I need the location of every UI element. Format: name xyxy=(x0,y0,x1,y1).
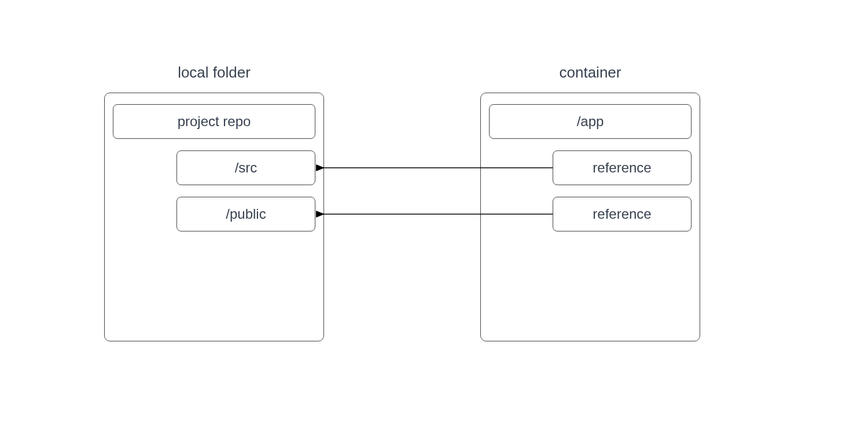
src-box: /src xyxy=(176,150,315,185)
project-repo-box: project repo xyxy=(113,104,315,139)
reference-1-box: reference xyxy=(553,150,692,185)
reference-2-box: reference xyxy=(553,197,692,231)
public-box: /public xyxy=(176,197,315,231)
container-title: container xyxy=(480,64,700,82)
app-box: /app xyxy=(489,104,692,139)
local-folder-title: local folder xyxy=(104,64,324,82)
